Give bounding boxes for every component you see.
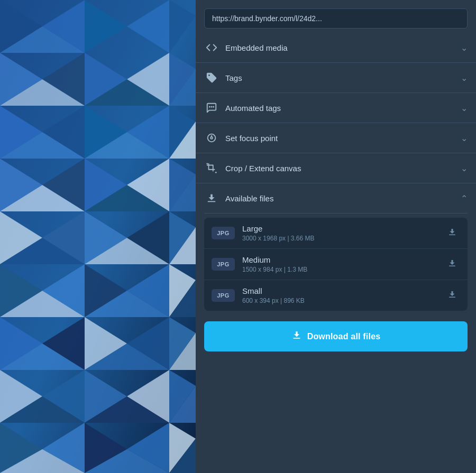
available-files-label: Available files bbox=[225, 194, 461, 203]
download-all-icon bbox=[291, 330, 302, 343]
file-format-badge-small: JPG bbox=[212, 289, 235, 302]
tags-label: Tags bbox=[225, 73, 461, 82]
svg-point-75 bbox=[208, 134, 216, 142]
focus-point-label: Set focus point bbox=[225, 134, 461, 143]
chevron-up-icon: ⌃ bbox=[461, 193, 468, 203]
download-all-button[interactable]: Download all files bbox=[204, 321, 468, 351]
file-meta-large: 3000 x 1968 px | 3.66 MB bbox=[242, 235, 444, 242]
download-all-label: Download all files bbox=[307, 332, 381, 341]
download-button-large[interactable] bbox=[444, 225, 460, 241]
file-item-small[interactable]: JPG Small 600 x 394 px | 896 KB bbox=[204, 280, 468, 311]
code-icon bbox=[204, 40, 219, 55]
focus-icon bbox=[204, 131, 219, 145]
automated-tags-label: Automated tags bbox=[225, 104, 461, 113]
file-info-medium: Medium 1500 x 984 px | 1.3 MB bbox=[242, 255, 444, 273]
file-info-small: Small 600 x 394 px | 896 KB bbox=[242, 286, 444, 304]
embedded-media-label: Embedded media bbox=[225, 43, 461, 52]
files-list: JPG Large 3000 x 1968 px | 3.66 MB JPG M… bbox=[204, 218, 468, 311]
file-info-large: Large 3000 x 1968 px | 3.66 MB bbox=[242, 224, 444, 242]
svg-rect-82 bbox=[449, 266, 455, 267]
crop-icon bbox=[204, 161, 219, 175]
download-files-icon bbox=[204, 191, 219, 206]
download-button-medium[interactable] bbox=[444, 256, 460, 272]
file-meta-medium: 1500 x 984 px | 1.3 MB bbox=[242, 266, 444, 273]
image-panel bbox=[0, 0, 196, 473]
chevron-down-icon: ⌄ bbox=[461, 43, 468, 53]
file-meta-small: 600 x 394 px | 896 KB bbox=[242, 297, 444, 304]
file-name-small: Small bbox=[242, 286, 444, 295]
available-files-section: Available files ⌃ JPG Large 3000 x 1968 … bbox=[196, 183, 476, 315]
url-bar[interactable]: https://brand.bynder.com/l/24d2... bbox=[204, 8, 468, 29]
automated-tags-section[interactable]: Automated tags ⌄ bbox=[196, 93, 476, 123]
svg-rect-81 bbox=[449, 235, 455, 236]
chevron-down-icon: ⌄ bbox=[461, 133, 468, 143]
available-files-header[interactable]: Available files ⌃ bbox=[204, 183, 468, 214]
file-name-medium: Medium bbox=[242, 255, 444, 264]
embedded-media-section[interactable]: Embedded media ⌄ bbox=[196, 33, 476, 63]
crop-label: Crop / Extend canvas bbox=[225, 164, 461, 173]
download-button-small[interactable] bbox=[444, 287, 460, 303]
chevron-down-icon: ⌄ bbox=[461, 163, 468, 173]
focus-point-section[interactable]: Set focus point ⌄ bbox=[196, 123, 476, 153]
file-name-large: Large bbox=[242, 224, 444, 233]
file-item-large[interactable]: JPG Large 3000 x 1968 px | 3.66 MB bbox=[204, 218, 468, 249]
file-format-badge-large: JPG bbox=[212, 227, 235, 239]
right-panel: https://brand.bynder.com/l/24d2... Embed… bbox=[196, 0, 476, 473]
svg-rect-83 bbox=[449, 297, 455, 298]
file-format-badge-medium: JPG bbox=[212, 258, 235, 271]
tag-icon bbox=[204, 70, 219, 85]
svg-rect-84 bbox=[293, 338, 300, 339]
tags-section[interactable]: Tags ⌄ bbox=[196, 63, 476, 93]
chevron-down-icon: ⌄ bbox=[461, 73, 468, 83]
automated-tags-icon bbox=[204, 100, 219, 115]
svg-point-77 bbox=[210, 137, 213, 139]
svg-rect-80 bbox=[208, 201, 216, 202]
file-item-medium[interactable]: JPG Medium 1500 x 984 px | 1.3 MB bbox=[204, 249, 468, 280]
crop-section[interactable]: Crop / Extend canvas ⌄ bbox=[196, 153, 476, 183]
chevron-down-icon: ⌄ bbox=[461, 103, 468, 113]
svg-point-71 bbox=[208, 75, 210, 76]
